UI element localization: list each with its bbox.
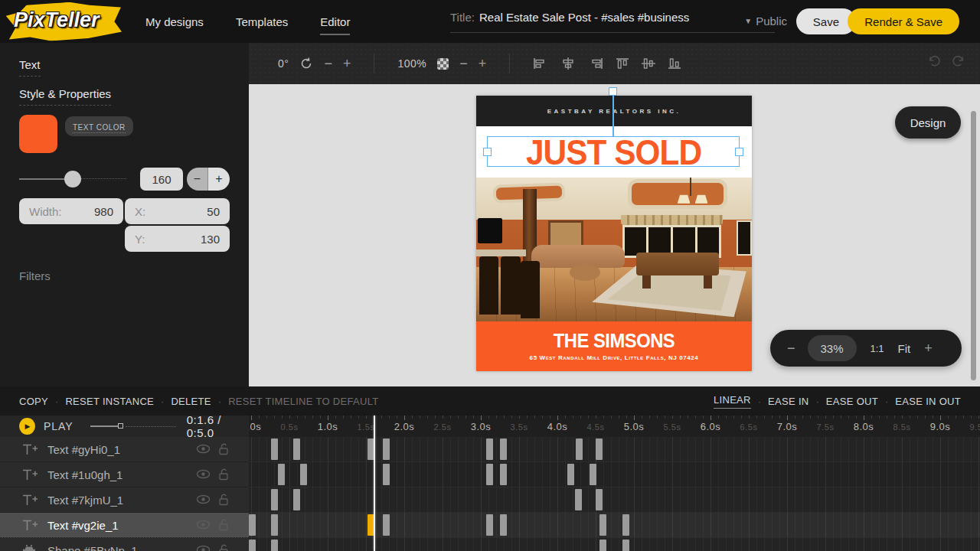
- zoom-out-button[interactable]: −: [787, 341, 795, 357]
- layer-label[interactable]: Text #vg2ie_1: [0, 513, 249, 538]
- layer-label[interactable]: Text #1u0gh_1: [0, 462, 249, 487]
- zoom-one-to-one-button[interactable]: 1:1: [871, 343, 884, 354]
- canvas-area[interactable]: EASTBAY REALTORS INC. JUST SOLD: [249, 84, 980, 386]
- layer-track[interactable]: [249, 487, 980, 513]
- keyframe-bar[interactable]: [249, 540, 256, 551]
- keyframe-bar[interactable]: [596, 489, 603, 510]
- design-mode-button[interactable]: Design: [895, 106, 961, 139]
- reset-instance-action[interactable]: RESET INSTANCE: [65, 396, 154, 407]
- keyframe-bar[interactable]: [383, 464, 390, 485]
- timeline-layer-row[interactable]: Text #1u0gh_1: [0, 462, 980, 487]
- decrease-button[interactable]: −: [187, 168, 208, 191]
- visibility-eye-icon[interactable]: [196, 544, 211, 551]
- unlock-icon[interactable]: [217, 442, 230, 458]
- play-label[interactable]: PLAY: [44, 420, 74, 432]
- listing-photo[interactable]: [476, 178, 752, 321]
- timeline-layer-row[interactable]: Text #7kjmU_1: [0, 487, 980, 513]
- playback-progress-slider[interactable]: [90, 422, 176, 430]
- keyframe-bar[interactable]: [249, 514, 256, 536]
- design-footer-band[interactable]: THE SIMSONS 65 West Randall Mill Drive, …: [476, 321, 752, 371]
- keyframe-bar[interactable]: [590, 464, 596, 485]
- design-brand-text[interactable]: EASTBAY REALTORS INC.: [547, 108, 681, 115]
- layer-name[interactable]: Text #vg2ie_1: [47, 519, 119, 532]
- align-bottom-icon[interactable]: [668, 57, 681, 70]
- rotation-value[interactable]: 0°: [278, 57, 289, 70]
- easing-ease-in[interactable]: EASE IN: [768, 396, 808, 407]
- timeline-ruler[interactable]: 0.0s0.5s1.0s1.5s2.0s2.5s3.0s3.5s4.0s4.5s…: [249, 416, 980, 437]
- x-field[interactable]: X: 50: [125, 198, 230, 224]
- reset-timeline-action[interactable]: RESET TIMELINE TO DEFAULT: [228, 396, 378, 407]
- layer-name[interactable]: Text #1u0gh_1: [47, 468, 122, 481]
- design-address-text[interactable]: 65 West Randall Mill Drive, Little Falls…: [476, 354, 752, 361]
- canvas-scrollbar[interactable]: [971, 111, 976, 380]
- keyframe-bar[interactable]: [271, 489, 278, 510]
- nav-editor[interactable]: Editor: [320, 15, 350, 35]
- keyframe-bar[interactable]: [500, 514, 507, 536]
- unlock-icon[interactable]: [217, 518, 230, 534]
- y-value[interactable]: 130: [201, 233, 220, 246]
- unlock-icon[interactable]: [217, 493, 230, 509]
- keyframe-bar[interactable]: [599, 514, 606, 536]
- zoom-fit-button[interactable]: Fit: [898, 342, 911, 355]
- design-header-band[interactable]: EASTBAY REALTORS INC.: [476, 96, 752, 126]
- save-button[interactable]: Save: [796, 8, 856, 34]
- zoom-plus-button[interactable]: +: [479, 57, 487, 70]
- layer-name[interactable]: Text #7kjmU_1: [47, 494, 123, 507]
- zoom-minus-button[interactable]: −: [459, 57, 468, 70]
- design-title-field[interactable]: Title: Real Estate Sale Post - #sales #b…: [450, 11, 775, 33]
- layer-label[interactable]: Text #gyHi0_1: [0, 437, 249, 462]
- visibility-eye-icon[interactable]: [196, 443, 211, 458]
- font-size-input[interactable]: 160: [140, 168, 183, 191]
- keyframe-bar[interactable]: [486, 464, 493, 485]
- transparency-checkerboard-icon[interactable]: [437, 58, 449, 70]
- easing-linear[interactable]: LINEAR: [714, 394, 751, 409]
- section-filters[interactable]: Filters: [19, 269, 51, 282]
- nav-templates[interactable]: Templates: [236, 15, 288, 28]
- nav-my-designs[interactable]: My designs: [145, 15, 204, 28]
- align-right-icon[interactable]: [588, 57, 603, 70]
- keyframe-bar[interactable]: [271, 514, 278, 536]
- layer-track[interactable]: [249, 513, 980, 538]
- x-value[interactable]: 50: [207, 205, 220, 218]
- keyframe-bar[interactable]: [622, 540, 629, 551]
- section-text[interactable]: Text: [19, 58, 41, 77]
- layer-track[interactable]: [249, 462, 980, 487]
- align-center-horizontal-icon[interactable]: [560, 57, 576, 70]
- timeline-playhead[interactable]: [374, 416, 375, 551]
- keyframe-bar[interactable]: [383, 514, 390, 536]
- section-style-properties[interactable]: Style & Properties: [19, 87, 111, 106]
- keyframe-bar[interactable]: [575, 489, 582, 510]
- timeline-layer-row[interactable]: Text #gyHi0_1: [0, 437, 980, 462]
- keyframe-bar[interactable]: [500, 439, 507, 460]
- selection-handle-right[interactable]: [735, 148, 743, 156]
- keyframe-bar[interactable]: [500, 464, 507, 485]
- canvas-zoom-value[interactable]: 100%: [397, 57, 426, 70]
- keyframe-bar[interactable]: [486, 439, 493, 460]
- keyframe-bar[interactable]: [576, 439, 583, 460]
- text-color-swatch[interactable]: [19, 115, 57, 153]
- unlock-icon[interactable]: [217, 543, 230, 551]
- keyframe-bar[interactable]: [596, 439, 603, 460]
- copy-action[interactable]: COPY: [19, 396, 48, 407]
- selection-rotation-handle[interactable]: [609, 87, 617, 96]
- progress-knob[interactable]: [118, 423, 123, 429]
- selection-handle-left[interactable]: [483, 148, 492, 156]
- visibility-eye-icon[interactable]: [196, 468, 211, 483]
- unlock-icon[interactable]: [217, 468, 230, 484]
- keyframe-bar[interactable]: [278, 464, 285, 485]
- layer-track[interactable]: [249, 437, 980, 462]
- keyframe-bar[interactable]: [599, 540, 606, 551]
- width-value[interactable]: 980: [94, 205, 113, 218]
- easing-ease-in-out[interactable]: EASE IN OUT: [895, 396, 961, 407]
- text-color-chip[interactable]: TEXT COLOR: [65, 116, 133, 136]
- align-left-icon[interactable]: [533, 57, 548, 70]
- visibility-eye-icon[interactable]: [196, 494, 211, 508]
- keyframe-bar[interactable]: [486, 514, 493, 536]
- layer-label[interactable]: Shape #5BvNp_1: [0, 538, 249, 551]
- keyframe-bar[interactable]: [383, 439, 390, 460]
- visibility-dropdown[interactable]: ▼ Public: [744, 15, 787, 28]
- zoom-level-badge[interactable]: 33%: [808, 335, 857, 361]
- title-value[interactable]: Real Estate Sale Post - #sales #business: [479, 11, 689, 24]
- align-top-icon[interactable]: [616, 57, 629, 70]
- font-size-slider[interactable]: [19, 178, 126, 180]
